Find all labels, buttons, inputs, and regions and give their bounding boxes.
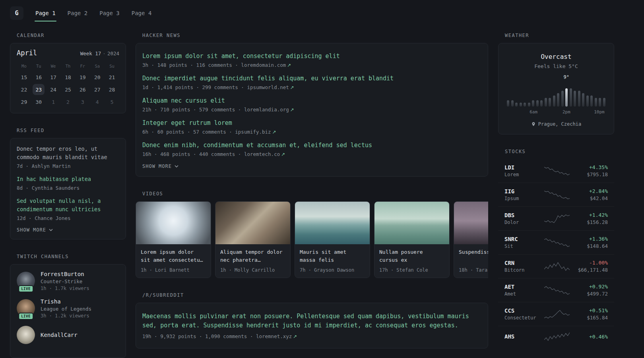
hn-item-domain[interactable]: ipsumify.biz	[235, 129, 271, 135]
dashboard: G Page 1 Page 2 Page 3 Page 4 CALENDAR A…	[0, 4, 644, 358]
video-body: Mauris sit amet massa felis 7h · Grayson…	[295, 244, 370, 278]
rss-show-more-button[interactable]: SHOW MORE	[17, 227, 119, 233]
video-meta: 17h · Stefan Cole	[379, 267, 444, 273]
stock-row[interactable]: CCS Consectetur +0.51% $165.84	[498, 302, 614, 326]
stock-row[interactable]: AET Amet +0.92% $499.72	[498, 278, 614, 302]
weather-hour-bar	[578, 91, 580, 107]
subreddit-post: Maecenas mollis pulvinar erat non posuer…	[142, 312, 481, 339]
stock-row[interactable]: AHS +0.46%	[498, 326, 614, 347]
stock-id: CRN Bitcorn	[504, 260, 541, 273]
videos-widget: VIDEOS Lorem ipsum dolor sit amet consec…	[136, 191, 488, 278]
stock-name: Sit	[504, 243, 541, 249]
video-thumbnail	[215, 202, 290, 244]
twitch-channel-row[interactable]: LIVE Trisha League of Legends 3h · 1.2k …	[17, 298, 119, 319]
stock-change: +1.36%	[573, 236, 608, 242]
hn-item-domain[interactable]: loremdomain.com	[241, 62, 286, 68]
weather-hour-bar	[545, 98, 547, 107]
weather-hour-bar	[511, 100, 514, 107]
weather-hour-bar	[582, 93, 584, 107]
weather-feels-like: Feels like 5°C	[506, 63, 606, 69]
video-meta: 7h · Grayson Dawson	[300, 267, 365, 273]
hacker-news-card: Lorem ipsum dolor sit amet, consectetur …	[136, 43, 488, 177]
hn-item-domain[interactable]: loremlandia.org	[244, 107, 289, 113]
rss-item-title[interactable]: Sed volutpat nulla nisl, a condimentum n…	[17, 197, 119, 214]
app-logo[interactable]: G	[10, 6, 23, 20]
hn-item-title[interactable]: Donec enim nibh, condimentum et accumsan…	[142, 141, 481, 150]
stock-change: +1.42%	[573, 212, 608, 218]
live-badge: LIVE	[18, 285, 33, 292]
hn-item-meta: 21h · 710 points · 579 comments · loreml…	[142, 107, 481, 113]
external-link-icon: ↗	[293, 334, 297, 339]
stock-symbol: AET	[504, 284, 541, 290]
subreddit-post-domain[interactable]: loremnet.xyz	[256, 333, 292, 339]
hn-item-title[interactable]: Donec imperdiet augue tincidunt felis al…	[142, 74, 481, 83]
rss-item[interactable]: Sed volutpat nulla nisl, a condimentum n…	[17, 197, 119, 221]
stock-values: +2.84% $42.04	[573, 188, 608, 201]
video-card[interactable]: Lorem ipsum dolor sit amet consectetu… 1…	[136, 201, 211, 278]
hn-item-title[interactable]: Lorem ipsum dolor sit amet, consectetur …	[142, 52, 481, 60]
external-link-icon: ↗	[290, 107, 294, 113]
live-badge: LIVE	[18, 313, 33, 320]
weather-hour-bar	[549, 98, 551, 107]
stock-id: AET Amet	[504, 284, 541, 297]
stock-row[interactable]: LDI Lorem +4.35% $795.18	[498, 159, 614, 183]
stock-row[interactable]: DBS Dolor +1.42% $156.28	[498, 206, 614, 230]
video-thumbnail	[374, 202, 449, 244]
chevron-down-icon	[49, 229, 53, 231]
tab-page-4[interactable]: Page 4	[131, 5, 153, 21]
stock-price: $148.64	[573, 243, 608, 249]
topbar: G Page 1 Page 2 Page 3 Page 4	[10, 4, 634, 22]
hn-item-title[interactable]: Aliquam nec cursus elit	[142, 97, 481, 105]
video-card[interactable]: Nullam posuere cursus ex 17h · Stefan Co…	[374, 201, 450, 278]
middle-column: HACKER NEWS Lorem ipsum dolor sit amet, …	[136, 33, 488, 358]
calendar-card: April Week 17·2024 Mo Tu We Th Fr Sa Su …	[10, 43, 126, 113]
video-card[interactable]: Aliquam tempor dolor nec pharetra… 1h · …	[215, 201, 291, 278]
stock-sparkline	[541, 237, 573, 248]
video-body: Aliquam tempor dolor nec pharetra… 1h · …	[215, 244, 290, 278]
rss-item[interactable]: Donec tempor eros leo, ut commodo mauris…	[17, 145, 119, 169]
twitch-channel-row[interactable]: KendallCarr	[17, 326, 119, 344]
stock-values: +1.36% $148.64	[573, 236, 608, 249]
show-more-label: SHOW MORE	[142, 163, 172, 169]
rss-item-title[interactable]: In hac habitasse platea	[17, 175, 119, 183]
hn-item-title[interactable]: Integer eget rutrum lorem	[142, 119, 481, 127]
video-title: Nullam posuere cursus ex	[379, 248, 444, 265]
hn-item-domain[interactable]: loremtech.co	[244, 151, 280, 157]
hn-item-meta: 1d · 1,414 points · 299 comments · ipsum…	[142, 84, 481, 90]
weather-hour-bar	[570, 88, 572, 107]
section-title-videos: VIDEOS	[142, 191, 488, 197]
stocks-widget: STOCKS LDI Lorem +4.35% $795.18	[498, 149, 614, 347]
stock-row[interactable]: IIG Ipsum +2.84% $42.04	[498, 183, 614, 206]
hn-item: Donec imperdiet augue tincidunt felis al…	[142, 74, 481, 90]
rss-item-title[interactable]: Donec tempor eros leo, ut commodo mauris…	[17, 145, 119, 161]
stock-row[interactable]: SNRC Sit +1.36% $148.64	[498, 230, 614, 254]
video-card[interactable]: Mauris sit amet massa felis 7h · Grayson…	[295, 201, 370, 278]
subreddit-card: Maecenas mollis pulvinar erat non posuer…	[136, 303, 488, 348]
tab-page-2[interactable]: Page 2	[67, 5, 89, 21]
section-title-hacker-news: HACKER NEWS	[142, 33, 488, 38]
video-body: Lorem ipsum dolor sit amet consectetu… 1…	[136, 244, 211, 278]
tab-page-1[interactable]: Page 1	[35, 5, 56, 21]
twitch-channel-row[interactable]: LIVE ForrestBurton Counter-Strike 1h · 1…	[17, 271, 119, 291]
tab-page-3[interactable]: Page 3	[99, 5, 120, 21]
subreddit-post-title[interactable]: Maecenas mollis pulvinar erat non posuer…	[142, 312, 481, 331]
hn-item-domain[interactable]: ipsumworld.net	[247, 84, 289, 90]
calendar-day: 2	[62, 96, 74, 107]
video-card[interactable]: Suspendisse diam 18h · Tara	[454, 201, 488, 278]
stocks-list: LDI Lorem +4.35% $795.18 IIG Ipsum	[498, 159, 614, 347]
rss-item-meta: 8d · Cynthia Saunders	[17, 185, 119, 191]
rss-item[interactable]: In hac habitasse platea 8d · Cynthia Sau…	[17, 175, 119, 191]
stock-name: Ipsum	[504, 196, 541, 201]
calendar-widget: CALENDAR April Week 17·2024 Mo Tu We Th …	[10, 33, 126, 113]
stock-row[interactable]: CRN Bitcorn -1.00% $66,171.48	[498, 254, 614, 278]
hn-show-more-button[interactable]: SHOW MORE	[142, 163, 481, 169]
calendar-day: 29	[18, 96, 30, 107]
stock-sparkline	[541, 331, 573, 342]
stock-sparkline	[541, 285, 573, 296]
stock-change: +0.46%	[573, 334, 608, 340]
stock-price: $42.04	[573, 195, 608, 201]
hn-item: Integer eget rutrum lorem 6h · 60 points…	[142, 119, 481, 135]
weather-location: Prague, Czechia	[538, 121, 581, 127]
stock-price: $499.72	[573, 291, 608, 297]
calendar-day: 16	[33, 72, 45, 83]
